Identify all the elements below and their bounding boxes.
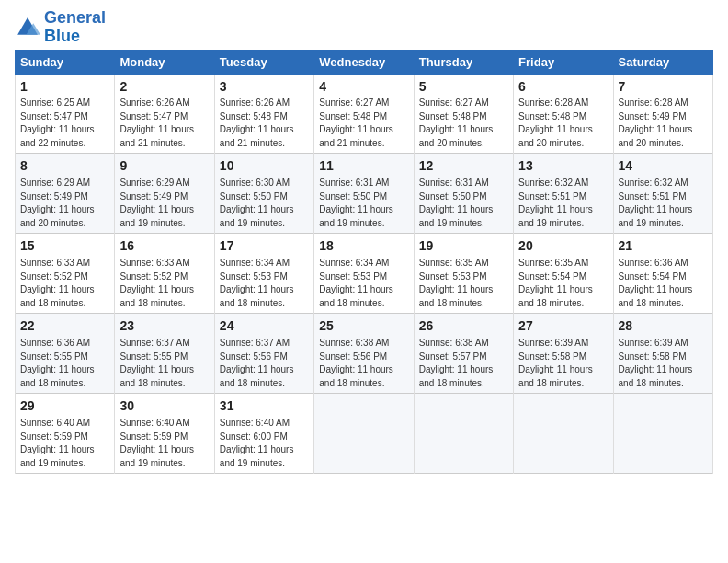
calendar-cell: 14 Sunrise: 6:32 AM Sunset: 5:51 PM Dayl… [613,154,712,234]
day-number: 12 [419,157,508,175]
day-number: 7 [619,78,708,96]
calendar-cell: 18 Sunrise: 6:34 AM Sunset: 5:53 PM Dayl… [314,234,414,314]
sunrise-text: Sunrise: 6:27 AM [319,98,389,108]
sunrise-text: Sunrise: 6:40 AM [20,418,90,428]
calendar-week-row: 1 Sunrise: 6:25 AM Sunset: 5:47 PM Dayli… [16,74,713,154]
calendar-week-row: 22 Sunrise: 6:36 AM Sunset: 5:55 PM Dayl… [16,314,713,394]
daylight-text: Daylight: 11 hours and 18 minutes. [319,364,393,388]
calendar-day-header: Monday [115,50,214,74]
calendar-cell: 16 Sunrise: 6:33 AM Sunset: 5:52 PM Dayl… [115,234,214,314]
sunrise-text: Sunrise: 6:30 AM [220,178,290,188]
calendar-table: SundayMondayTuesdayWednesdayThursdayFrid… [15,50,713,474]
header: General Blue [15,9,713,46]
sunrise-text: Sunrise: 6:34 AM [220,258,290,268]
daylight-text: Daylight: 11 hours and 20 minutes. [419,124,494,148]
daylight-text: Daylight: 11 hours and 19 minutes. [319,204,393,228]
sunset-text: Sunset: 6:00 PM [220,431,288,442]
sunset-text: Sunset: 5:56 PM [220,351,288,362]
sunrise-text: Sunrise: 6:32 AM [518,178,588,188]
calendar-cell [414,394,513,474]
logo-general: General [44,8,106,27]
sunset-text: Sunset: 5:49 PM [119,191,188,201]
sunrise-text: Sunrise: 6:28 AM [518,98,588,108]
day-number: 11 [319,157,408,175]
calendar-day-header: Sunday [16,50,115,74]
sunrise-text: Sunrise: 6:29 AM [20,178,90,188]
sunset-text: Sunset: 5:49 PM [619,111,687,121]
day-number: 26 [419,317,508,335]
daylight-text: Daylight: 11 hours and 19 minutes. [518,204,593,228]
sunset-text: Sunset: 5:58 PM [518,351,586,362]
day-number: 1 [20,78,109,96]
calendar-day-header: Wednesday [314,50,414,74]
calendar-cell: 1 Sunrise: 6:25 AM Sunset: 5:47 PM Dayli… [16,74,115,154]
day-number: 30 [119,397,209,415]
day-number: 10 [220,157,309,175]
sunset-text: Sunset: 5:52 PM [119,271,188,282]
day-number: 6 [518,78,608,96]
calendar-cell: 25 Sunrise: 6:38 AM Sunset: 5:56 PM Dayl… [314,314,414,394]
calendar-cell: 12 Sunrise: 6:31 AM Sunset: 5:50 PM Dayl… [414,154,513,234]
calendar-day-header: Tuesday [214,50,313,74]
calendar-day-header: Saturday [613,50,712,74]
calendar-cell: 7 Sunrise: 6:28 AM Sunset: 5:49 PM Dayli… [613,74,712,154]
sunrise-text: Sunrise: 6:36 AM [619,258,688,268]
daylight-text: Daylight: 11 hours and 18 minutes. [419,364,494,388]
sunset-text: Sunset: 5:55 PM [119,351,188,362]
calendar-week-row: 8 Sunrise: 6:29 AM Sunset: 5:49 PM Dayli… [16,154,713,234]
day-number: 22 [20,317,109,335]
calendar-cell: 11 Sunrise: 6:31 AM Sunset: 5:50 PM Dayl… [314,154,414,234]
daylight-text: Daylight: 11 hours and 19 minutes. [20,444,95,468]
sunset-text: Sunset: 5:59 PM [119,431,188,442]
daylight-text: Daylight: 11 hours and 18 minutes. [518,364,593,388]
day-number: 29 [20,397,109,415]
calendar-cell: 27 Sunrise: 6:39 AM Sunset: 5:58 PM Dayl… [514,314,613,394]
daylight-text: Daylight: 11 hours and 18 minutes. [619,284,693,308]
day-number: 15 [20,237,109,255]
daylight-text: Daylight: 11 hours and 18 minutes. [419,284,494,308]
sunset-text: Sunset: 5:54 PM [518,271,586,282]
day-number: 27 [518,317,608,335]
calendar-cell: 21 Sunrise: 6:36 AM Sunset: 5:54 PM Dayl… [613,234,712,314]
sunset-text: Sunset: 5:54 PM [619,271,687,282]
calendar-cell: 2 Sunrise: 6:26 AM Sunset: 5:47 PM Dayli… [115,74,214,154]
calendar-cell: 29 Sunrise: 6:40 AM Sunset: 5:59 PM Dayl… [16,394,115,474]
daylight-text: Daylight: 11 hours and 19 minutes. [119,204,194,228]
sunrise-text: Sunrise: 6:38 AM [419,338,489,348]
sunset-text: Sunset: 5:52 PM [20,271,88,282]
calendar-cell: 26 Sunrise: 6:38 AM Sunset: 5:57 PM Dayl… [414,314,513,394]
sunset-text: Sunset: 5:47 PM [119,111,188,121]
sunrise-text: Sunrise: 6:31 AM [319,178,389,188]
daylight-text: Daylight: 11 hours and 20 minutes. [20,204,95,228]
sunrise-text: Sunrise: 6:37 AM [119,338,189,348]
calendar-cell [514,394,613,474]
day-number: 18 [319,237,408,255]
calendar-header-row: SundayMondayTuesdayWednesdayThursdayFrid… [16,50,713,74]
daylight-text: Daylight: 11 hours and 18 minutes. [119,364,194,388]
sunset-text: Sunset: 5:50 PM [419,191,487,201]
calendar-cell: 17 Sunrise: 6:34 AM Sunset: 5:53 PM Dayl… [214,234,313,314]
sunrise-text: Sunrise: 6:37 AM [220,338,290,348]
sunset-text: Sunset: 5:59 PM [20,431,88,442]
calendar-week-row: 15 Sunrise: 6:33 AM Sunset: 5:52 PM Dayl… [16,234,713,314]
day-number: 24 [220,317,309,335]
sunset-text: Sunset: 5:47 PM [20,111,88,121]
daylight-text: Daylight: 11 hours and 22 minutes. [20,124,95,148]
sunset-text: Sunset: 5:50 PM [220,191,288,201]
day-number: 25 [319,317,408,335]
day-number: 13 [518,157,608,175]
calendar-cell: 6 Sunrise: 6:28 AM Sunset: 5:48 PM Dayli… [514,74,613,154]
sunset-text: Sunset: 5:53 PM [419,271,487,282]
calendar-cell: 31 Sunrise: 6:40 AM Sunset: 6:00 PM Dayl… [214,394,313,474]
sunrise-text: Sunrise: 6:34 AM [319,258,389,268]
day-number: 19 [419,237,508,255]
day-number: 14 [619,157,708,175]
sunset-text: Sunset: 5:48 PM [419,111,487,121]
daylight-text: Daylight: 11 hours and 18 minutes. [319,284,393,308]
daylight-text: Daylight: 11 hours and 21 minutes. [119,124,194,148]
sunset-text: Sunset: 5:58 PM [619,351,687,362]
day-number: 28 [619,317,708,335]
day-number: 3 [220,78,309,96]
sunrise-text: Sunrise: 6:28 AM [619,98,688,108]
sunrise-text: Sunrise: 6:31 AM [419,178,489,188]
